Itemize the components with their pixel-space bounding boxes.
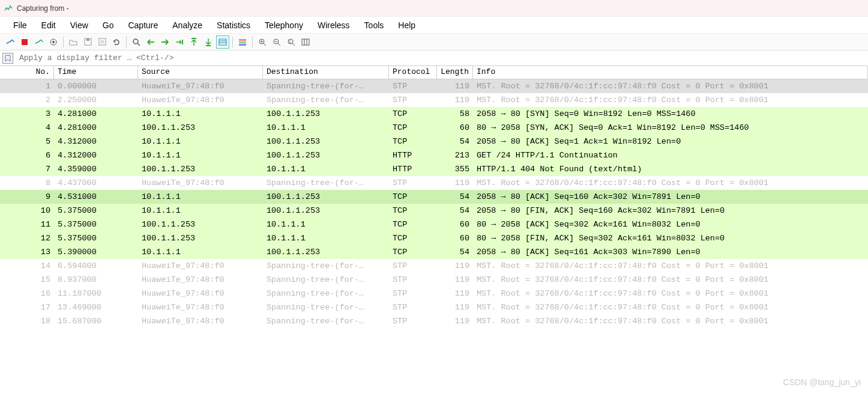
packet-cell: 7 <box>0 165 54 174</box>
packet-cell: MST. Root = 32768/0/4c:1f:cc:97:48:f0 Co… <box>473 275 868 284</box>
packet-cell: 10.1.1.1 <box>138 248 263 257</box>
packet-row[interactable]: 64.31200010.1.1.1100.1.1.253HTTP213GET /… <box>0 148 868 162</box>
svg-text:1: 1 <box>289 40 291 44</box>
svg-rect-0 <box>22 39 28 45</box>
column-header-time[interactable]: Time <box>54 66 138 79</box>
packet-cell: 80 → 2058 [SYN, ACK] Seq=0 Ack=1 Win=819… <box>473 123 868 132</box>
packet-cell: 10.1.1.1 <box>263 123 389 132</box>
packet-cell: 14 <box>0 261 54 270</box>
packet-cell: 9 <box>0 192 54 201</box>
menu-telephony[interactable]: Telephony <box>258 18 310 32</box>
packet-cell: STP <box>389 289 437 298</box>
packet-cell: 1 <box>0 82 54 91</box>
resize-columns-icon[interactable] <box>299 35 312 49</box>
packet-row[interactable]: 125.375000100.1.1.25310.1.1.1TCP6080 → 2… <box>0 231 868 245</box>
packet-row[interactable]: 34.28100010.1.1.1100.1.1.253TCP582058 → … <box>0 107 868 121</box>
close-file-icon[interactable] <box>95 35 109 49</box>
display-filter-bar <box>0 50 868 66</box>
column-header-info[interactable]: Info <box>473 66 868 79</box>
packet-cell: MST. Root = 32768/0/4c:1f:cc:97:48:f0 Co… <box>473 178 868 187</box>
packet-cell: Spanning-tree-(for-… <box>263 178 389 187</box>
column-header-length[interactable]: Length <box>437 66 473 79</box>
find-packet-icon[interactable] <box>130 35 143 49</box>
menu-edit[interactable]: Edit <box>34 18 63 32</box>
packet-cell: MST. Root = 32768/0/4c:1f:cc:97:48:f0 Co… <box>473 82 868 91</box>
packet-cell: HTTP/1.1 404 Not Found (text/html) <box>473 165 868 174</box>
menu-help[interactable]: Help <box>391 18 423 32</box>
packet-row[interactable]: 1713.469000HuaweiTe_97:48:f0Spanning-tre… <box>0 300 868 314</box>
svg-rect-13 <box>239 44 246 46</box>
packet-row[interactable]: 146.594000HuaweiTe_97:48:f0Spanning-tree… <box>0 259 868 273</box>
svg-point-6 <box>133 39 138 44</box>
menu-tools[interactable]: Tools <box>357 18 391 32</box>
display-filter-input[interactable] <box>16 52 868 64</box>
packet-row[interactable]: 44.281000100.1.1.25310.1.1.1TCP6080 → 20… <box>0 121 868 135</box>
capture-options-icon[interactable] <box>47 35 60 49</box>
filter-bookmark-icon[interactable] <box>2 53 13 64</box>
packet-cell: 2058 → 80 [ACK] Seq=1 Ack=1 Win=8192 Len… <box>473 137 868 146</box>
packet-cell: 10.1.1.1 <box>263 234 389 243</box>
packet-cell: 100.1.1.253 <box>263 109 389 118</box>
zoom-in-icon[interactable] <box>256 35 269 49</box>
packet-cell: 119 <box>437 82 473 91</box>
packet-row[interactable]: 105.37500010.1.1.1100.1.1.253TCP542058 →… <box>0 204 868 218</box>
zoom-reset-icon[interactable]: 1 <box>285 35 298 49</box>
packet-row[interactable]: 74.359000100.1.1.25310.1.1.1HTTP355HTTP/… <box>0 162 868 176</box>
packet-cell: STP <box>389 82 437 91</box>
autoscroll-icon[interactable] <box>216 35 229 49</box>
menu-analyze[interactable]: Analyze <box>165 18 209 32</box>
packet-cell: 60 <box>437 234 473 243</box>
column-header-destination[interactable]: Destination <box>263 66 389 79</box>
reload-icon[interactable] <box>110 35 123 49</box>
menu-statistics[interactable]: Statistics <box>209 18 258 32</box>
packet-cell: Spanning-tree-(for-… <box>263 303 389 312</box>
restart-capture-icon[interactable] <box>32 35 46 49</box>
open-file-icon[interactable] <box>67 35 80 49</box>
packet-list-header: No. Time Source Destination Protocol Len… <box>0 66 868 79</box>
colorize-icon[interactable] <box>236 35 249 49</box>
column-header-source[interactable]: Source <box>138 66 263 79</box>
packet-row[interactable]: 1815.687000HuaweiTe_97:48:f0Spanning-tre… <box>0 314 868 328</box>
packet-cell: 119 <box>437 96 473 105</box>
packet-row[interactable]: 22.250000HuaweiTe_97:48:f0Spanning-tree-… <box>0 93 868 107</box>
packet-cell: 5.390000 <box>54 248 138 257</box>
save-file-icon[interactable] <box>81 35 94 49</box>
menu-wireless[interactable]: Wireless <box>310 18 357 32</box>
column-header-no[interactable]: No. <box>0 66 54 79</box>
goto-last-icon[interactable] <box>202 35 215 49</box>
packet-row[interactable]: 1611.187000HuaweiTe_97:48:f0Spanning-tre… <box>0 287 868 300</box>
menu-capture[interactable]: Capture <box>121 18 165 32</box>
packet-row[interactable]: 54.31200010.1.1.1100.1.1.253TCP542058 → … <box>0 135 868 148</box>
stop-capture-icon[interactable] <box>18 35 31 49</box>
packet-cell: 119 <box>437 178 473 187</box>
packet-row[interactable]: 10.000000HuaweiTe_97:48:f0Spanning-tree-… <box>0 79 868 93</box>
zoom-out-icon[interactable] <box>270 35 283 49</box>
packet-row[interactable]: 84.437000HuaweiTe_97:48:f0Spanning-tree-… <box>0 176 868 190</box>
packet-cell: HuaweiTe_97:48:f0 <box>138 289 263 298</box>
packet-cell: 54 <box>437 137 473 146</box>
goto-first-icon[interactable] <box>187 35 200 49</box>
packet-row[interactable]: 158.937000HuaweiTe_97:48:f0Spanning-tree… <box>0 273 868 287</box>
goto-packet-icon[interactable] <box>173 35 186 49</box>
packet-row[interactable]: 135.39000010.1.1.1100.1.1.253TCP542058 →… <box>0 245 868 259</box>
menu-bar: FileEditViewGoCaptureAnalyzeStatisticsTe… <box>0 17 868 34</box>
packet-cell: 60 <box>437 220 473 229</box>
packet-cell: 6.594000 <box>54 261 138 270</box>
go-back-icon[interactable] <box>144 35 157 49</box>
packet-cell: HuaweiTe_97:48:f0 <box>138 317 263 326</box>
packet-list[interactable]: 10.000000HuaweiTe_97:48:f0Spanning-tree-… <box>0 79 868 328</box>
packet-cell: 60 <box>437 123 473 132</box>
packet-cell: 100.1.1.253 <box>263 192 389 201</box>
menu-view[interactable]: View <box>63 18 95 32</box>
column-header-protocol[interactable]: Protocol <box>389 66 437 79</box>
menu-file[interactable]: File <box>6 18 34 32</box>
go-forward-icon[interactable] <box>158 35 172 49</box>
menu-go[interactable]: Go <box>95 18 121 32</box>
packet-cell: 10 <box>0 206 54 215</box>
packet-cell: TCP <box>389 206 437 215</box>
start-capture-icon[interactable] <box>4 35 17 49</box>
packet-row[interactable]: 94.53100010.1.1.1100.1.1.253TCP542058 → … <box>0 190 868 204</box>
packet-cell: HuaweiTe_97:48:f0 <box>138 303 263 312</box>
packet-row[interactable]: 115.375000100.1.1.25310.1.1.1TCP6080 → 2… <box>0 218 868 231</box>
packet-cell: 5.375000 <box>54 220 138 229</box>
